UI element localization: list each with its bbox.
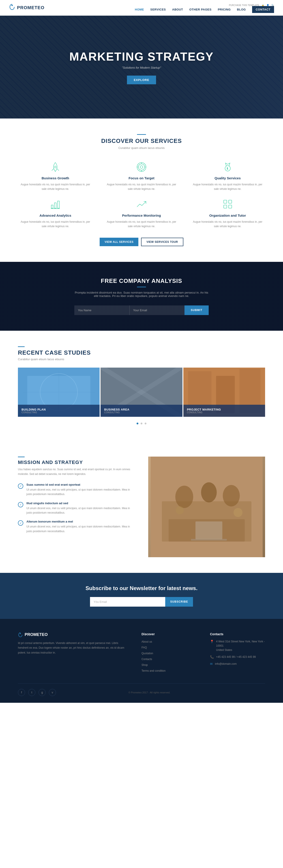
mission-img-placeholder bbox=[148, 457, 265, 557]
case-card-tag-0: CONSULTING bbox=[22, 411, 96, 414]
mission-item-text-2: Ut unum diceret eos, mel cu velit princi… bbox=[26, 524, 135, 533]
analysis-name-input[interactable] bbox=[74, 305, 130, 315]
service-desc-0: Augue honestatis vis no, ius quot mazim … bbox=[18, 182, 93, 191]
footer-link-anchor-2[interactable]: Quotation bbox=[142, 652, 153, 655]
service-icon-1 bbox=[135, 161, 147, 173]
location-icon: 📍 bbox=[210, 640, 214, 643]
nav-item-pricing[interactable]: PRICING bbox=[218, 7, 231, 11]
nav-item-services[interactable]: SERVICES bbox=[150, 7, 166, 11]
case-card-title-1: BUSINESS AREA bbox=[104, 408, 179, 411]
nav-link-blog[interactable]: BLOG bbox=[237, 8, 246, 11]
hero-explore-button[interactable]: EXPLORE bbox=[127, 75, 156, 84]
logo-text: PROMETEO bbox=[17, 5, 44, 10]
service-title-1: Focus on Target bbox=[129, 176, 154, 180]
analysis-subtitle: Prompta inciderint dissimiunt ea duo. Su… bbox=[74, 291, 209, 298]
svg-point-40 bbox=[20, 633, 21, 634]
footer-link-anchor-0[interactable]: About us bbox=[142, 640, 152, 643]
case-card-2[interactable]: PROJECT MARKETING CONSULTING bbox=[183, 368, 265, 417]
nav-link-contact[interactable]: CONTACT bbox=[252, 6, 274, 13]
footer-link-anchor-1[interactable]: FAQ bbox=[142, 646, 147, 649]
nav-link-about[interactable]: ABOUT bbox=[172, 8, 183, 11]
footer-discover-title: Discover bbox=[142, 632, 197, 636]
carousel-dot-2[interactable] bbox=[141, 423, 142, 424]
footer-link-anchor-4[interactable]: Shop bbox=[142, 663, 148, 666]
case-card-0[interactable]: BUILDING PLAN CONSULTING bbox=[18, 368, 100, 417]
carousel-dot-1[interactable] bbox=[137, 423, 138, 424]
newsletter-subscribe-button[interactable]: SUBSCRIBE bbox=[165, 597, 193, 607]
mission-item-1: ✓ Illud singulis indoctum ad sed Ut unum… bbox=[18, 501, 135, 515]
nav-link-home[interactable]: HOME bbox=[135, 8, 144, 11]
case-card-1[interactable]: BUSINESS AREA CONSULTING bbox=[101, 368, 182, 417]
mission-item-title-1: Illud singulis indoctum ad sed bbox=[26, 501, 135, 505]
nav-item-about[interactable]: ABOUT bbox=[172, 7, 183, 11]
mission-intro: Usu habeo equidem sanctus no. Suas summo… bbox=[18, 467, 135, 477]
nav-item-other-pages[interactable]: OTHER PAGES bbox=[190, 7, 211, 11]
logo-icon bbox=[9, 4, 15, 12]
service-desc-4: Augue honestatis vis no, ius quot mazim … bbox=[104, 220, 179, 229]
svg-rect-11 bbox=[51, 205, 53, 208]
twitter-icon[interactable]: t bbox=[28, 689, 35, 696]
footer-link-0[interactable]: About us bbox=[142, 640, 197, 644]
nav-item-contact[interactable]: CONTACT bbox=[252, 7, 274, 11]
newsletter-email-input[interactable] bbox=[90, 597, 165, 607]
footer-link-2[interactable]: Quotation bbox=[142, 651, 197, 655]
footer: PROMETEO Id pri consul anterno peteritum… bbox=[0, 619, 283, 703]
svg-rect-16 bbox=[229, 200, 232, 203]
analysis-form: SUBMIT bbox=[74, 305, 209, 315]
footer-contacts-title: Contacts bbox=[210, 632, 265, 636]
footer-link-3[interactable]: Contacts bbox=[142, 657, 197, 661]
service-item-2: 1 Quality Services Augue honestatis vis … bbox=[190, 161, 265, 191]
facebook-icon[interactable]: f bbox=[18, 689, 25, 696]
case-card-overlay-1: BUSINESS AREA CONSULTING bbox=[101, 405, 182, 417]
case-card-tag-1: CONSULTING bbox=[104, 411, 179, 414]
mission-left: MISSION AND STRATEGY Usu habeo equidem s… bbox=[18, 457, 135, 539]
footer-copyright: © Prometeo 2017 - All rights reserved. bbox=[129, 691, 170, 694]
mission-item-title-2: Alterum bonorum mentitum a mel bbox=[26, 520, 135, 523]
analysis-title: FREE COMPANY ANALYSIS bbox=[18, 277, 265, 284]
nav-item-blog[interactable]: BLOG bbox=[237, 7, 246, 11]
svg-point-34 bbox=[223, 485, 240, 506]
services-title-bar bbox=[137, 134, 146, 135]
nav-link-pricing[interactable]: PRICING bbox=[218, 8, 231, 11]
footer-link-5[interactable]: Terms and condition bbox=[142, 669, 197, 673]
service-title-3: Advanced Analytics bbox=[39, 214, 71, 217]
nav-link-services[interactable]: SERVICES bbox=[150, 8, 166, 11]
view-services-tour-button[interactable]: VIEW SERVICES TOUR bbox=[141, 238, 183, 246]
newsletter-section: Subscribe to our Newsletter for latest n… bbox=[0, 573, 283, 619]
analysis-submit-button[interactable]: SUBMIT bbox=[185, 305, 209, 315]
analysis-email-input[interactable] bbox=[130, 305, 185, 315]
svg-rect-12 bbox=[54, 203, 56, 208]
svg-point-33 bbox=[201, 482, 217, 502]
case-card-title-2: PROJECT MARKETING bbox=[187, 408, 261, 411]
footer-link-1[interactable]: FAQ bbox=[142, 645, 197, 649]
phone-icon: 📞 bbox=[210, 655, 214, 659]
service-icon-3 bbox=[49, 198, 62, 210]
svg-rect-37 bbox=[191, 539, 227, 541]
footer-email-item: ✉ info@domain.com bbox=[210, 662, 265, 666]
case-card-tag-2: CONSULTING bbox=[187, 411, 261, 414]
analysis-section: FREE COMPANY ANALYSIS Prompta inciderint… bbox=[0, 262, 283, 331]
service-title-4: Performance Monitoring bbox=[122, 214, 161, 217]
view-all-services-button[interactable]: VIEW ALL SERVICES bbox=[100, 238, 138, 246]
svg-point-32 bbox=[175, 486, 193, 508]
case-studies-label-bar bbox=[18, 346, 25, 347]
social-icons: f t g v bbox=[18, 689, 56, 696]
nav-link-other-pages[interactable]: OTHER PAGES bbox=[190, 8, 211, 11]
footer-brand-text: PROMETEO bbox=[25, 632, 48, 637]
footer-grid: PROMETEO Id pri consul anterno peteritum… bbox=[18, 632, 265, 674]
footer-link-anchor-5[interactable]: Terms and condition bbox=[142, 669, 166, 672]
footer-email: info@domain.com bbox=[215, 662, 237, 666]
footer-link-anchor-3[interactable]: Contacts bbox=[142, 658, 152, 661]
carousel-dot-3[interactable] bbox=[145, 423, 146, 424]
footer-bottom: f t g v © Prometeo 2017 - All rights res… bbox=[18, 683, 265, 696]
google-icon[interactable]: g bbox=[38, 689, 46, 696]
mission-item-0: ✓ Suas summo id sed erat erant oporteat … bbox=[18, 483, 135, 497]
footer-contacts-col: Contacts 📍 4 West 31st Street New York, … bbox=[210, 632, 265, 674]
vimeo-icon[interactable]: v bbox=[49, 689, 56, 696]
footer-link-4[interactable]: Shop bbox=[142, 663, 197, 667]
nav-item-home[interactable]: HOME bbox=[135, 7, 144, 11]
svg-point-38 bbox=[233, 508, 243, 517]
carousel-dots bbox=[18, 421, 265, 425]
logo[interactable]: PROMETEO bbox=[9, 4, 44, 12]
nav-right: PURCHASE THIS TEMPLATE 🔒 👤 🔍 HOMESERVICE… bbox=[135, 4, 274, 11]
